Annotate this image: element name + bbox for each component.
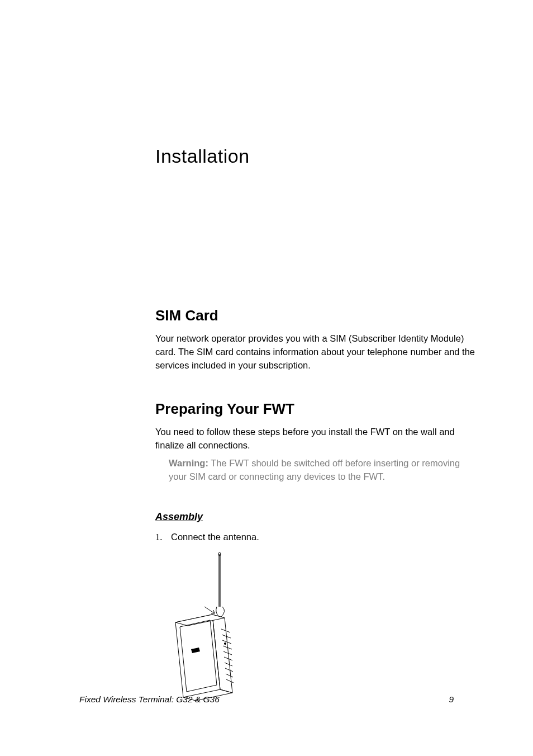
preparing-body: You need to follow these steps before yo… — [155, 426, 477, 452]
preparing-title: Preparing Your FWT — [155, 400, 477, 418]
svg-line-9 — [224, 657, 232, 660]
page-footer: Fixed Wireless Terminal: G32 & G36 9 — [79, 694, 454, 705]
warning-text: The FWT should be switched off before in… — [169, 458, 460, 481]
svg-line-3 — [204, 607, 215, 613]
page-content: Installation SIM Card Your network opera… — [0, 0, 533, 738]
svg-line-10 — [225, 663, 232, 666]
sim-card-body: Your network operator provides you with … — [155, 332, 477, 372]
svg-line-8 — [223, 651, 232, 655]
footer-doc-title: Fixed Wireless Terminal: G32 & G36 — [79, 694, 220, 705]
step-number: 1. — [155, 531, 171, 544]
assembly-title: Assembly — [155, 511, 477, 523]
svg-line-13 — [226, 679, 234, 683]
warning-label: Warning: — [169, 458, 208, 468]
assembly-step-1: 1.Connect the antenna. — [155, 531, 477, 544]
svg-line-11 — [225, 668, 233, 672]
svg-line-12 — [226, 674, 233, 677]
warning-note: Warning: The FWT should be switched off … — [169, 457, 477, 484]
sim-card-title: SIM Card — [155, 307, 477, 324]
antenna-figure — [159, 551, 477, 704]
footer-page-number: 9 — [449, 694, 454, 705]
chapter-title: Installation — [155, 145, 477, 167]
svg-point-14 — [224, 642, 226, 644]
step-text: Connect the antenna. — [171, 532, 259, 542]
fwt-device-illustration — [159, 551, 282, 702]
